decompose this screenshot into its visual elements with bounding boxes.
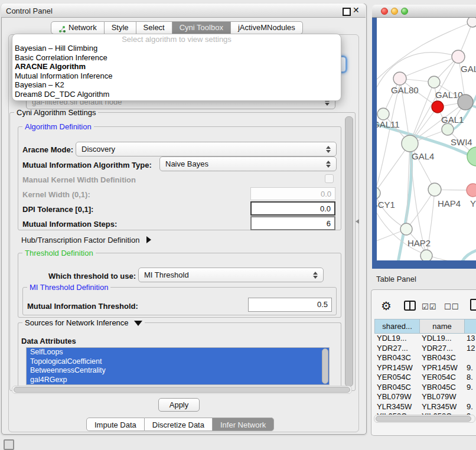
settings-horizontal-scrollbar[interactable] [12,386,352,394]
network-node[interactable] [428,76,440,88]
zoom-traffic-light-icon[interactable] [401,8,408,15]
new-column-icon[interactable] [470,299,476,311]
table-row[interactable]: YDL19...YDL19...13 [374,334,476,344]
table-row[interactable]: YDR27...YDR27...12 [374,344,476,354]
tab-style[interactable]: Style [105,21,136,34]
table-horizontal-scrollbar[interactable] [374,415,475,423]
mi-algorithm-type-label: Mutual Information Algorithm Type: [22,161,152,169]
network-node[interactable] [452,50,465,63]
network-window-titlebar[interactable] [372,5,476,18]
tab-discretize-data[interactable]: Discretize Data [145,418,213,431]
control-panel-title: Control Panel [6,6,53,15]
network-node[interactable] [377,108,389,120]
network-node[interactable] [442,123,454,135]
minimize-traffic-light-icon[interactable] [391,8,398,15]
unchecked-boxes-icon[interactable]: ☐☐ [444,302,459,311]
mi-steps-field[interactable]: 6 [250,216,335,230]
hub-definition-toggle[interactable]: Hub/Transcription Factor Definition [21,236,151,244]
table-row[interactable]: YER054CYER054C8. [374,373,476,383]
combobox-arrows-icon [311,272,319,279]
table-row[interactable]: YPR145WYPR145W9. [374,363,476,373]
table-cell: YBR045C [419,383,464,393]
table-cell: YPR145W [374,363,419,373]
control-panel-titlebar[interactable] [1,4,366,18]
settings-vertical-scrollbar[interactable] [345,116,353,387]
panel-splitter-arrow[interactable] [356,219,359,224]
table-row[interactable]: YBL079WYBL079W [374,392,476,402]
float-window-icon[interactable] [343,8,351,16]
network-node[interactable] [420,250,432,260]
table-row[interactable]: YLR345WYLR345W9. [374,402,476,412]
column-header-partial[interactable] [464,319,476,334]
dpi-tolerance-field[interactable]: 0.0 [250,201,335,216]
network-node[interactable] [377,187,380,199]
close-traffic-light-icon[interactable] [381,8,388,15]
apply-button[interactable]: Apply [158,398,200,412]
table-row[interactable]: YBR043CYBR043C [374,353,476,363]
tab-network[interactable]: Network [51,21,105,34]
algorithm-option[interactable]: Mutual Information Inference [12,71,341,81]
node-label: Y [470,198,476,208]
table-cell: 13 [464,334,476,344]
network-node[interactable] [428,183,441,196]
algorithm-option[interactable]: ARACNE Algorithm [12,62,341,71]
minimized-panel-icon[interactable] [4,439,14,450]
attributes-list-scrollbar[interactable] [322,348,328,384]
column-header-name[interactable]: name [419,319,464,334]
algorithm-option[interactable]: Bayesian – Hill Climbing [12,44,341,53]
table-body: YDL19...YDL19...13YDR27...YDR27...12YBR0… [374,334,476,415]
manual-kernel-width-checkbox[interactable] [325,174,334,183]
attribute-list-item[interactable]: TopologicalCoefficient [27,357,329,367]
tab-jactivemnodules[interactable]: jActiveMNodules [231,21,303,34]
data-attributes-list[interactable]: SelfLoopsTopologicalCoefficientBetweenne… [26,347,330,385]
tab-impute-data[interactable]: Impute Data [86,418,145,431]
network-canvas[interactable]: GALGAL80GAL10GAL1GAL11SWI4GAL4GCY1HAP4YH… [377,18,476,260]
network-node[interactable] [458,94,473,110]
tab-infer-network[interactable]: Infer Network [213,418,274,431]
network-canvas-svg: GALGAL80GAL10GAL1GAL11SWI4GAL4GCY1HAP4YH… [377,18,476,260]
algorithm-option[interactable]: Dream8 DC_TDC Algorithm [12,90,341,99]
data-attributes-label: Data Attributes [21,337,76,345]
gear-icon[interactable]: ⚙ [381,299,392,313]
mi-algorithm-type-combobox[interactable]: Naive Bayes [159,156,337,171]
split-columns-icon[interactable] [404,301,416,311]
algorithm-option[interactable]: Bayesian – K2 [12,80,341,90]
kernel-width-field[interactable]: 0.0 [250,187,335,200]
network-node[interactable] [393,72,406,85]
algorithm-popup-items: Bayesian – Hill ClimbingBasic Correlatio… [12,44,341,99]
algorithm-dropdown-popup: Select algorithm to view settings Bayesi… [12,34,341,101]
close-icon[interactable]: ✕ [353,5,360,15]
attribute-list-item[interactable]: gal4RGexp [27,376,329,385]
combobox-arrows-icon [324,146,332,153]
aracne-mode-combobox[interactable]: Discovery [76,142,337,156]
attribute-list-item[interactable]: BetweennessCentrality [27,366,329,376]
node-label: GAL11 [377,119,400,129]
manual-kernel-width-label: Manual Kernel Width Definition [22,175,136,184]
network-node[interactable] [400,223,412,235]
table-header: shared... name [374,319,476,334]
mi-threshold-field[interactable]: 0.5 [248,298,332,312]
network-node[interactable] [432,101,444,113]
column-header-shared[interactable]: shared... [374,319,419,334]
checked-boxes-icon[interactable]: ☑☑ [422,302,436,311]
which-threshold-combobox[interactable]: MI Threshold [138,268,324,282]
sources-title: Sources for Network Inference [22,318,145,327]
table-cell: 9. [464,402,476,412]
tab-select[interactable]: Select [136,21,172,34]
mi-threshold-definition-title: MI Threshold Definition [27,283,110,292]
table-cell: YLR345W [374,402,419,412]
tab-cyni-toolbox[interactable]: Cyni Toolbox [172,21,231,34]
table-row[interactable]: YBR045CYBR045C9. [374,383,476,393]
table-cell: YBL079W [419,392,464,402]
expand-right-icon [146,236,151,243]
collapse-down-icon[interactable] [134,321,142,326]
mi-steps-label: Mutual Information Steps: [22,220,117,229]
algorithm-option[interactable]: Basic Correlation Inference [12,53,341,63]
table-cell: YBR043C [374,353,419,363]
attribute-list-item[interactable]: SelfLoops [27,348,329,357]
network-node[interactable] [467,184,476,197]
node-label: SWI4 [451,137,472,147]
network-node[interactable] [402,135,418,152]
network-node[interactable] [467,18,476,27]
dpi-tolerance-label: DPI Tolerance [0,1]: [22,205,93,214]
